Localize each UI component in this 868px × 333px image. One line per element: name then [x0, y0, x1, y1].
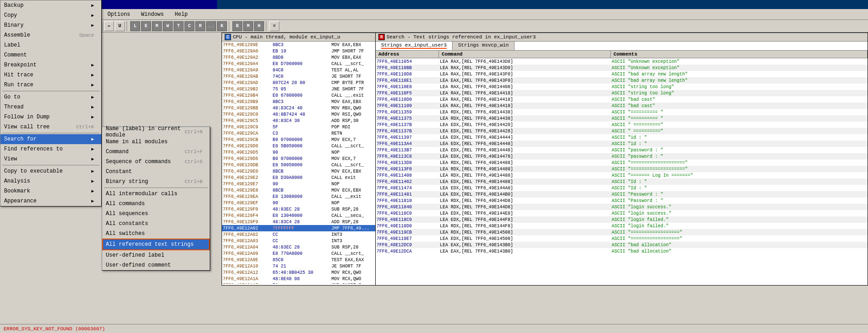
- cm-view-call-tree[interactable]: View call treeCtrl+K: [0, 122, 101, 132]
- sm-constant[interactable]: Constant: [102, 167, 210, 177]
- toolbar-list[interactable]: ≡: [269, 21, 279, 31]
- result-row[interactable]: 7FF6_49E11810LEA RDX,[REL 7FF6_49E144D8]…: [376, 197, 868, 204]
- sm-all-sequences[interactable]: All sequences: [102, 209, 210, 219]
- header-comments: Comments: [611, 51, 868, 58]
- cm-search-for[interactable]: Search for▶: [0, 134, 101, 144]
- cm-bookmark[interactable]: Bookmark▶: [0, 186, 101, 196]
- cm-appearance[interactable]: Appearance▶: [0, 196, 101, 206]
- result-row[interactable]: 7FF6_49E11408LEA RDX,[REL 7FF6_49E14488]…: [376, 172, 868, 178]
- result-row[interactable]: 7FF6_49E118C0LEA EDX,[REL 7FF6_49E144E8]…: [376, 210, 868, 216]
- cm-follow-dump[interactable]: Follow in Dump▶: [0, 112, 101, 122]
- result-row[interactable]: 7FF6_49E110F5LEA RAX,[REL 7FF6_49E14418]…: [376, 90, 868, 96]
- result-row[interactable]: 7FF6_49E113F0LEA RDX,[REL 7FF6_49E14488]…: [376, 166, 868, 172]
- cm-run-trace[interactable]: Run trace▶: [0, 80, 101, 90]
- context-menu-main: Backup▶ Copy▶ Binary▶ AssembleSpace Labe…: [0, 0, 102, 206]
- result-row[interactable]: 7FF6_49E110E1LEA EAX,[REL 7FF6_49E143F0]…: [376, 77, 868, 84]
- toolbar-M2[interactable]: M: [243, 21, 253, 31]
- sm-all-constants[interactable]: All constants: [102, 219, 210, 229]
- search-title-text: Search - Text strings referenced in ex_i…: [387, 34, 536, 40]
- cm-comment[interactable]: Comment: [0, 50, 101, 60]
- result-row[interactable]: 7FF6_49E113B7LEA EDX,[REL 7FF6_49E14448]…: [376, 147, 868, 153]
- sm-all-commands[interactable]: All commands: [102, 199, 210, 209]
- cm-analysis[interactable]: Analysis▶: [0, 176, 101, 186]
- sm-name-current[interactable]: Name (label) in current moduleCtrl+N: [102, 127, 210, 137]
- cm-hit-trace[interactable]: Hit trace▶: [0, 70, 101, 80]
- tab-strings-main[interactable]: Strings ex_input_user3: [376, 42, 453, 50]
- search-panel: R Search - Text strings referenced in ex…: [375, 33, 868, 286]
- result-row[interactable]: 7FF6_49E12DCALEA EAX,[REL 7FF6_49E143B0]…: [376, 248, 868, 254]
- result-row[interactable]: 7FF6_49E11481LEA EDX,[REL 7FF6_49E144B0]…: [376, 191, 868, 197]
- cm-backup[interactable]: Backup▶: [0, 0, 101, 10]
- cm-view[interactable]: View▶: [0, 154, 101, 164]
- sm-user-label[interactable]: User-defined label: [102, 250, 210, 260]
- result-row[interactable]: 7FF6_49E1137BLEA EDX,[REL 7FF6_49E14420]…: [376, 122, 868, 128]
- result-row[interactable]: 7FF6_49E11109LEA RAX,[REL 7FF6_49E14418]…: [376, 103, 868, 109]
- result-row[interactable]: 7FF6_49E110D8LEA RAX,[REL 7FF6_49E143F0]…: [376, 71, 868, 77]
- result-row[interactable]: 7FF6_49E110D0LEA RAX,[REL 7FF6_49E14418]…: [376, 96, 868, 103]
- result-row[interactable]: 7FF6_49E11054LEA RAX,[REL 7FF6_49E143D8]…: [376, 58, 868, 65]
- sm-name-all[interactable]: Name in all modules: [102, 137, 210, 147]
- result-row[interactable]: 7FF6_49E110BBLEA RAX,[REL 7FF6_49E143D0]…: [376, 65, 868, 71]
- submenu-search: Name (label) in current moduleCtrl+N Nam…: [102, 127, 210, 271]
- cpu-title-text: CPU - main thread, module ex_input_u: [233, 34, 340, 40]
- result-row[interactable]: 7FF6_49E12DC9LEA EAX,[REL 7FF6_49E143B0]…: [376, 242, 868, 248]
- cm-breakpoint[interactable]: Breakpoint▶: [0, 60, 101, 70]
- cm-find-refs[interactable]: Find references to▶: [0, 144, 101, 154]
- results-area: 7FF6_49E11054LEA RAX,[REL 7FF6_49E143D8]…: [376, 58, 868, 283]
- result-row[interactable]: 7FF6_49E119E7LEA EDX,[REL 7FF6_49E14508]…: [376, 235, 868, 242]
- sm-binary-string[interactable]: Binary stringCtrl+B: [102, 177, 210, 187]
- result-row[interactable]: 7FF6_49E11840LEA RDX,[REL 7FF6_49E144D8]…: [376, 204, 868, 210]
- context-menu-overlay: Backup▶ Copy▶ Binary▶ AssembleSpace Labe…: [0, 0, 222, 333]
- sm-all-intermodular[interactable]: All intermodular calls: [102, 189, 210, 199]
- result-row[interactable]: 7FF6_49E118D0LEA RDX,[REL 7FF6_49E144F8]…: [376, 223, 868, 229]
- sm-all-switches[interactable]: All switches: [102, 229, 210, 239]
- result-row[interactable]: 7FF6_49E11359LEA RDX,[REL 7FF6_49E14438]…: [376, 109, 868, 115]
- header-address: Address: [376, 51, 439, 58]
- result-row[interactable]: 7FF6_49E118C0LEA EDX,[REL 7FF6_49E144F8]…: [376, 216, 868, 223]
- results-header: Address Command Comments: [376, 51, 868, 58]
- result-row[interactable]: 7FF6_49E110E8LEA RAX,[REL 7FF6_49E14408]…: [376, 84, 868, 90]
- sm-user-comment[interactable]: User-defined comment: [102, 260, 210, 270]
- cm-copy[interactable]: Copy▶: [0, 10, 101, 20]
- result-row[interactable]: 7FF6_49E11462LEA EDX,[REL 7FF6_49E14488]…: [376, 178, 868, 185]
- r-badge: R: [378, 34, 385, 40]
- result-row[interactable]: 7FF6_49E1137BLEA EDX,[REL 7FF6_49E14428]…: [376, 128, 868, 134]
- result-row[interactable]: 7FF6_49E11474LEA EDX,[REL 7FF6_49E144A0]…: [376, 185, 868, 191]
- toolbar-H[interactable]: H: [254, 21, 264, 31]
- sm-sequence[interactable]: Sequence of commandsCtrl+S: [102, 157, 210, 167]
- cm-goto[interactable]: Go to▶: [0, 92, 101, 102]
- sm-all-text-strings[interactable]: All referenced text strings: [102, 239, 210, 250]
- result-row[interactable]: 7FF6_49E113C8LEA EDX,[REL 7FF6_49E14478]…: [376, 153, 868, 159]
- result-row[interactable]: 7FF6_49E113D8LEA RDX,[REL 7FF6_49E14488]…: [376, 159, 868, 166]
- result-row[interactable]: 7FF6_49E119CBLEA RDX,[REL 7FF6_49E14508]…: [376, 229, 868, 235]
- search-panel-title: R Search - Text strings referenced in ex…: [376, 33, 868, 42]
- result-row[interactable]: 7FF6_49E11375LEA RDX,[REL 7FF6_49E14438]…: [376, 115, 868, 122]
- cm-assemble[interactable]: AssembleSpace: [0, 30, 101, 40]
- result-row[interactable]: 7FF6_49E113A4LEA EDX,[REL 7FF6_49E14448]…: [376, 141, 868, 147]
- header-command: Command: [439, 51, 611, 58]
- cm-thread[interactable]: Thread▶: [0, 102, 101, 112]
- sm-command[interactable]: CommandCtrl+F: [102, 147, 210, 157]
- cm-copy-exec[interactable]: Copy to executable▶: [0, 166, 101, 176]
- cm-binary[interactable]: Binary▶: [0, 20, 101, 30]
- cpu-badge: C: [225, 34, 231, 40]
- tab-strings-msvcp[interactable]: Strings msvcp_win: [453, 42, 514, 50]
- result-row[interactable]: 7FF6_49E11397LEA EDX,[REL 7FF6_49E14444]…: [376, 134, 868, 141]
- cm-label[interactable]: Label: [0, 40, 101, 50]
- search-tabs: Strings ex_input_user3 Strings msvcp_win: [376, 42, 868, 51]
- toolbar-B[interactable]: B: [232, 21, 242, 31]
